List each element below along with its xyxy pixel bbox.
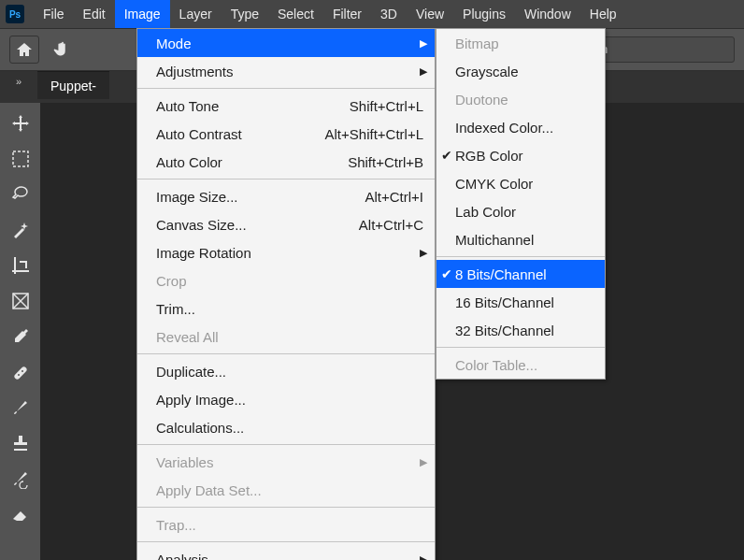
- menu-type[interactable]: Type: [222, 0, 268, 28]
- menuitem-label: Color Table...: [455, 357, 594, 373]
- menu-layer[interactable]: Layer: [170, 0, 222, 28]
- tool-eraser[interactable]: [5, 499, 36, 529]
- menuitem-label: Multichannel: [455, 232, 594, 248]
- menuitem-calculations[interactable]: Calculations...: [137, 413, 435, 441]
- menu-edit[interactable]: Edit: [74, 0, 115, 28]
- document-tab[interactable]: Puppet-: [37, 71, 109, 99]
- tool-move[interactable]: [5, 108, 36, 138]
- menuitem-lab-color[interactable]: Lab Color: [436, 197, 605, 225]
- lasso-icon: [10, 184, 31, 205]
- menuitem-multichannel[interactable]: Multichannel: [436, 225, 605, 253]
- menuitem-reveal-all: Reveal All: [137, 323, 435, 351]
- crop-icon: [10, 255, 31, 276]
- menuitem-image-size[interactable]: Image Size...Alt+Ctrl+I: [137, 182, 435, 210]
- submenu-arrow-icon: ▶: [420, 65, 427, 78]
- tool-frame[interactable]: [5, 286, 36, 316]
- menuitem-label: Indexed Color...: [455, 120, 594, 136]
- menu-separator: [137, 179, 435, 179]
- image-menu: Mode▶ Adjustments▶ Auto ToneShift+Ctrl+L…: [136, 28, 436, 560]
- menu-file[interactable]: File: [34, 0, 74, 28]
- menuitem-label: 32 Bits/Channel: [455, 323, 594, 338]
- move-icon: [10, 113, 31, 134]
- toolbox: [0, 103, 41, 560]
- menuitem-duplicate[interactable]: Duplicate...: [137, 357, 435, 385]
- stamp-icon: [10, 433, 31, 453]
- hand-icon: [52, 39, 73, 60]
- menu-separator: [436, 347, 605, 348]
- menuitem-rgb-color[interactable]: ✔RGB Color: [436, 141, 605, 169]
- menuitem-label: Trap...: [156, 517, 423, 533]
- menuitem-label: Trim...: [156, 301, 423, 317]
- menu-plugins[interactable]: Plugins: [453, 0, 515, 28]
- menuitem-label: Adjustments: [156, 64, 423, 79]
- home-icon: [15, 41, 34, 58]
- menuitem-16bits[interactable]: 16 Bits/Channel: [436, 288, 605, 316]
- app-logo[interactable]: Ps: [6, 5, 24, 23]
- menuitem-label: Lab Color: [455, 204, 594, 220]
- tool-lasso[interactable]: [5, 179, 36, 209]
- tool-healing[interactable]: [5, 357, 36, 387]
- submenu-arrow-icon: ▶: [420, 553, 427, 561]
- marquee-icon: [11, 150, 30, 168]
- svg-rect-0: [13, 151, 28, 166]
- menuitem-32bits[interactable]: 32 Bits/Channel: [436, 316, 605, 344]
- menuitem-grayscale[interactable]: Grayscale: [436, 57, 605, 85]
- menuitem-label: 16 Bits/Channel: [455, 294, 594, 310]
- menuitem-shortcut: Alt+Shift+Ctrl+L: [325, 126, 423, 142]
- submenu-arrow-icon: ▶: [420, 247, 427, 259]
- menuitem-label: Duplicate...: [156, 364, 423, 380]
- panel-expand-icon[interactable]: »: [0, 71, 37, 87]
- svg-rect-4: [13, 366, 28, 381]
- menuitem-analysis[interactable]: Analysis▶: [137, 545, 435, 560]
- menuitem-auto-color[interactable]: Auto ColorShift+Ctrl+B: [137, 148, 435, 176]
- tool-wand[interactable]: [5, 215, 36, 245]
- menuitem-label: Auto Tone: [156, 98, 350, 114]
- mode-submenu: Bitmap Grayscale Duotone Indexed Color..…: [436, 28, 606, 380]
- menuitem-color-table: Color Table...: [436, 351, 605, 379]
- home-button[interactable]: [9, 36, 39, 64]
- menuitem-label: Mode: [156, 36, 423, 51]
- menu-image[interactable]: Image: [115, 0, 170, 28]
- menuitem-label: RGB Color: [455, 148, 594, 164]
- menuitem-label: 8 Bits/Channel: [455, 266, 594, 282]
- menuitem-8bits[interactable]: ✔8 Bits/Channel: [436, 260, 605, 288]
- menuitem-label: Auto Color: [156, 154, 348, 170]
- menuitem-variables: Variables▶: [137, 448, 435, 476]
- menu-separator: [137, 541, 435, 542]
- menu-select[interactable]: Select: [268, 0, 323, 28]
- wand-icon: [10, 220, 31, 240]
- menuitem-duotone: Duotone: [436, 85, 605, 113]
- options-field[interactable]: n: [594, 36, 735, 63]
- menuitem-indexed-color[interactable]: Indexed Color...: [436, 113, 605, 141]
- menuitem-adjustments[interactable]: Adjustments▶: [137, 57, 435, 85]
- menuitem-canvas-size[interactable]: Canvas Size...Alt+Ctrl+C: [137, 210, 435, 238]
- menubar: Ps File Edit Image Layer Type Select Fil…: [0, 0, 744, 28]
- svg-point-6: [21, 370, 23, 372]
- hand-tool-indicator[interactable]: [52, 39, 73, 60]
- tool-eyedropper[interactable]: [5, 322, 36, 352]
- menu-3d[interactable]: 3D: [371, 0, 407, 28]
- menu-filter[interactable]: Filter: [323, 0, 371, 28]
- menuitem-cmyk-color[interactable]: CMYK Color: [436, 169, 605, 197]
- menuitem-shortcut: Shift+Ctrl+L: [350, 98, 423, 114]
- menuitem-auto-contrast[interactable]: Auto ContrastAlt+Shift+Ctrl+L: [137, 120, 435, 148]
- menuitem-label: Auto Contrast: [156, 126, 325, 142]
- eyedropper-icon: [10, 326, 31, 347]
- tool-stamp[interactable]: [5, 428, 36, 458]
- menu-separator: [137, 88, 435, 89]
- menu-view[interactable]: View: [407, 0, 453, 28]
- tool-history-brush[interactable]: [5, 464, 36, 494]
- menuitem-image-rotation[interactable]: Image Rotation▶: [137, 238, 435, 266]
- menuitem-label: Grayscale: [455, 64, 594, 79]
- menuitem-trim[interactable]: Trim...: [137, 294, 435, 323]
- menuitem-mode[interactable]: Mode▶: [137, 29, 435, 57]
- menu-help[interactable]: Help: [580, 0, 626, 28]
- tool-marquee[interactable]: [5, 144, 36, 174]
- tool-crop[interactable]: [5, 251, 36, 280]
- menu-window[interactable]: Window: [515, 0, 580, 28]
- menuitem-label: CMYK Color: [455, 176, 594, 192]
- menuitem-apply-image[interactable]: Apply Image...: [137, 385, 435, 413]
- tool-brush[interactable]: [5, 393, 36, 423]
- menuitem-auto-tone[interactable]: Auto ToneShift+Ctrl+L: [137, 92, 435, 120]
- healing-icon: [10, 362, 31, 382]
